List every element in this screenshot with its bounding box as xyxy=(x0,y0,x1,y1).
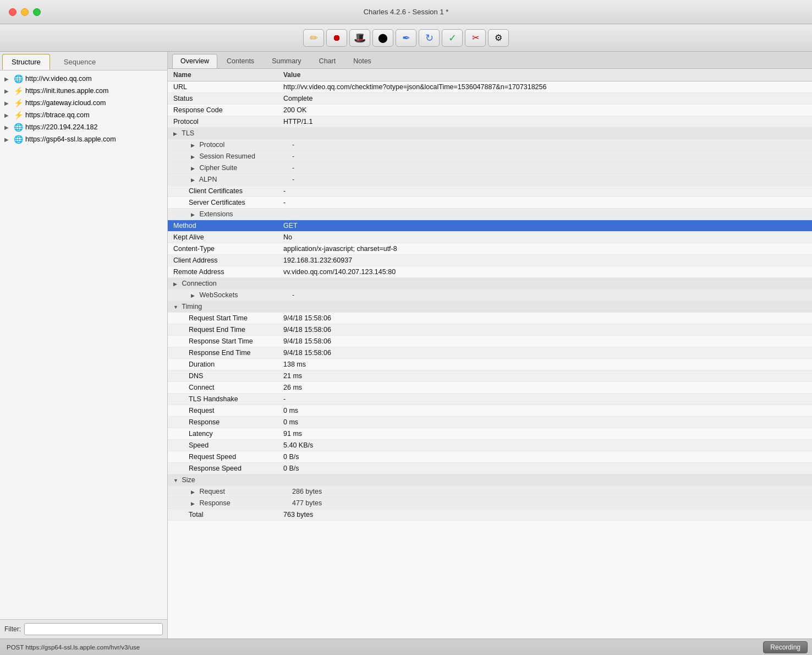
col-value-header: Value xyxy=(278,69,812,81)
row-name: ▶ Response xyxy=(168,498,278,509)
row-name: TLS Handshake xyxy=(168,394,278,405)
tab-summary[interactable]: Summary xyxy=(264,54,309,68)
table-row[interactable]: Kept AliveNo xyxy=(168,232,812,243)
table-row[interactable]: DNS21 ms xyxy=(168,370,812,382)
table-row[interactable]: Content-Typeapplication/x-javascript; ch… xyxy=(168,243,812,255)
table-row[interactable]: ▶ Cipher Suite- xyxy=(168,162,812,174)
sidebar-item[interactable]: ▶ ⚡ https://init.itunes.apple.com xyxy=(0,85,167,97)
row-name: Response xyxy=(168,417,278,428)
expand-triangle-icon: ▶ xyxy=(191,166,197,171)
close-button[interactable] xyxy=(9,8,17,16)
row-name: Client Certificates xyxy=(168,185,278,197)
tab-notes[interactable]: Notes xyxy=(345,54,380,68)
table-row[interactable]: TLS Handshake- xyxy=(168,394,812,405)
filter-input[interactable] xyxy=(24,623,163,635)
table-row[interactable]: Total763 bytes xyxy=(168,509,812,521)
lightning-icon: ⚡ xyxy=(13,99,23,107)
table-row[interactable]: Response Start Time9/4/18 15:58:06 xyxy=(168,336,812,347)
table-row[interactable]: ▶ Response477 bytes xyxy=(168,498,812,509)
row-value xyxy=(278,278,812,290)
sidebar-item[interactable]: ▶ 🌐 https://220.194.224.182 xyxy=(0,121,167,133)
row-value: 0 B/s xyxy=(278,451,812,463)
table-row[interactable]: ▶ Request286 bytes xyxy=(168,486,812,498)
tab-overview[interactable]: Overview xyxy=(172,54,217,68)
scissors-button[interactable]: ✂ xyxy=(465,29,486,47)
checkmark-button[interactable]: ✓ xyxy=(442,29,463,47)
table-row[interactable]: Latency91 ms xyxy=(168,428,812,440)
dot-button[interactable]: ⬤ xyxy=(372,29,393,47)
table-row[interactable]: ▶ Extensions xyxy=(168,209,812,220)
row-value xyxy=(278,209,812,220)
table-row[interactable]: ProtocolHTTP/1.1 xyxy=(168,116,812,128)
refresh-button[interactable]: ↻ xyxy=(419,29,440,47)
status-text: POST https://gsp64-ssl.ls.apple.com/hvr/… xyxy=(7,644,140,651)
tab-chart[interactable]: Chart xyxy=(311,54,344,68)
table-row[interactable]: Request0 ms xyxy=(168,405,812,417)
table-row[interactable]: ▼ Timing xyxy=(168,301,812,313)
row-value: - xyxy=(278,290,812,301)
sidebar-item[interactable]: ▶ ⚡ https://btrace.qq.com xyxy=(0,109,167,121)
table-row[interactable]: ▶ Connection xyxy=(168,278,812,290)
sidebar-list: ▶ 🌐 http://vv.video.qq.com ▶ ⚡ https://i… xyxy=(0,70,167,619)
table-row[interactable]: MethodGET xyxy=(168,220,812,232)
table-row[interactable]: Client Certificates- xyxy=(168,185,812,197)
row-value: 138 ms xyxy=(278,359,812,370)
table-row[interactable]: Response Speed0 B/s xyxy=(168,463,812,474)
expand-triangle-icon: ▶ xyxy=(191,177,197,183)
table-row[interactable]: ▶ TLS xyxy=(168,128,812,139)
table-row[interactable]: Response0 ms xyxy=(168,417,812,428)
gear-button[interactable]: ⚙ xyxy=(488,29,509,47)
row-name: ▶ WebSockets xyxy=(168,290,278,301)
pen-tool-button[interactable]: ✏ xyxy=(303,29,324,47)
table-row[interactable]: StatusComplete xyxy=(168,93,812,105)
table-row[interactable]: Connect26 ms xyxy=(168,382,812,394)
sidebar-item[interactable]: ▶ ⚡ https://gateway.icloud.com xyxy=(0,97,167,109)
minimize-button[interactable] xyxy=(21,8,29,16)
row-name: ▶ Extensions xyxy=(168,209,278,220)
sidebar-item-label: https://gsp64-ssl.ls.apple.com xyxy=(25,135,116,143)
row-value: - xyxy=(278,197,812,209)
table-row[interactable]: Duration138 ms xyxy=(168,359,812,370)
table-row[interactable]: ▼ Size xyxy=(168,474,812,486)
table-row[interactable]: Remote Addressvv.video.qq.com/140.207.12… xyxy=(168,266,812,278)
tab-structure[interactable]: Structure xyxy=(2,54,50,70)
table-row[interactable]: Request Speed0 B/s xyxy=(168,451,812,463)
row-value xyxy=(278,128,812,139)
sidebar-item[interactable]: ▶ 🌐 https://gsp64-ssl.ls.apple.com xyxy=(0,133,167,145)
row-value: 0 ms xyxy=(278,405,812,417)
record-button[interactable]: ⏺ xyxy=(326,29,347,47)
table-row[interactable]: ▶ ALPN- xyxy=(168,174,812,185)
row-name: Request Start Time xyxy=(168,313,278,324)
row-name: Latency xyxy=(168,428,278,440)
table-row[interactable]: Request Start Time9/4/18 15:58:06 xyxy=(168,313,812,324)
table-row[interactable]: Server Certificates- xyxy=(168,197,812,209)
table-row[interactable]: ▶ Protocol- xyxy=(168,139,812,151)
filter-bar: Filter: xyxy=(0,619,167,638)
table-row[interactable]: Client Address192.168.31.232:60937 xyxy=(168,255,812,266)
sidebar-item[interactable]: ▶ 🌐 http://vv.video.qq.com xyxy=(0,73,167,85)
row-value: 477 bytes xyxy=(278,498,812,509)
table-row[interactable]: ▶ Session Resumed- xyxy=(168,151,812,162)
row-value: vv.video.qq.com/140.207.123.145:80 xyxy=(278,266,812,278)
table-row[interactable]: Request End Time9/4/18 15:58:06 xyxy=(168,324,812,336)
table-row[interactable]: Response End Time9/4/18 15:58:06 xyxy=(168,347,812,359)
table-row[interactable]: Response Code200 OK xyxy=(168,105,812,116)
row-name: Remote Address xyxy=(168,266,278,278)
row-value: 763 bytes xyxy=(278,509,812,521)
tab-contents[interactable]: Contents xyxy=(218,54,262,68)
row-name: Response Start Time xyxy=(168,336,278,347)
edit-button[interactable]: ✒ xyxy=(396,29,416,47)
expand-triangle-icon: ▶ xyxy=(173,281,180,287)
maximize-button[interactable] xyxy=(33,8,41,16)
tab-sequence[interactable]: Sequence xyxy=(54,54,106,70)
detail-tabs: Overview Contents Summary Chart Notes xyxy=(168,52,812,69)
table-row[interactable]: Speed5.40 KB/s xyxy=(168,440,812,451)
globe-icon: 🌐 xyxy=(13,123,23,132)
row-value: 91 ms xyxy=(278,428,812,440)
hat-button[interactable]: 🎩 xyxy=(349,29,370,47)
table-row[interactable]: URLhttp://vv.video.qq.com/checktime?otyp… xyxy=(168,81,812,93)
recording-button[interactable]: Recording xyxy=(763,641,808,653)
row-value: 5.40 KB/s xyxy=(278,440,812,451)
table-row[interactable]: ▶ WebSockets- xyxy=(168,290,812,301)
row-name: Response End Time xyxy=(168,347,278,359)
